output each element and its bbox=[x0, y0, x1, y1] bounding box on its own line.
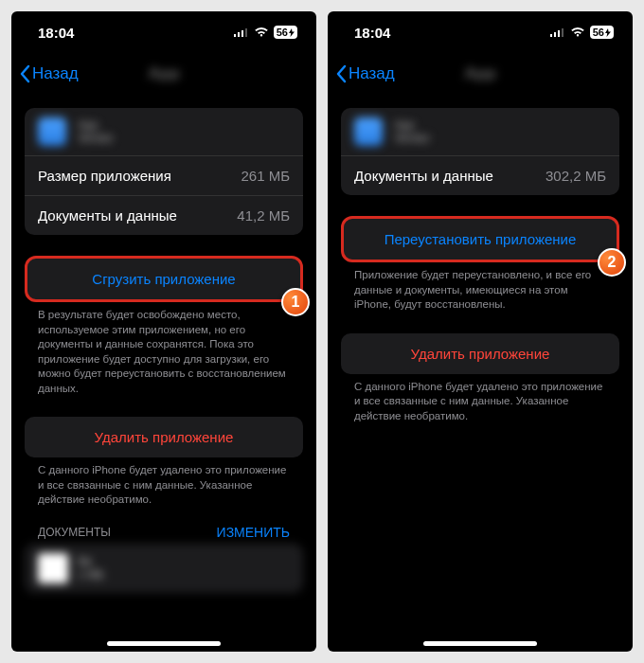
documents-header: ДОКУМЕНТЫ ИЗМЕНИТЬ bbox=[25, 508, 303, 544]
docs-data-row: Документы и данные 302,2 МБ bbox=[341, 155, 619, 195]
app-icon bbox=[38, 117, 66, 146]
status-indicators: 56 bbox=[234, 26, 297, 39]
app-header-row: AppVendor bbox=[25, 108, 303, 155]
nav-title: App bbox=[464, 64, 495, 83]
documents-header-label: ДОКУМЕНТЫ bbox=[38, 526, 111, 539]
app-meta: AppVendor bbox=[394, 118, 430, 145]
step-badge-2: 2 bbox=[598, 248, 626, 277]
cellular-icon bbox=[550, 27, 565, 37]
app-icon bbox=[354, 117, 383, 146]
delete-button[interactable]: Удалить приложение bbox=[25, 417, 303, 457]
svg-rect-7 bbox=[562, 28, 564, 37]
delete-description: С данного iPhone будет удалено это прило… bbox=[25, 457, 303, 508]
delete-button[interactable]: Удалить приложение bbox=[341, 333, 619, 374]
app-size-label: Размер приложения bbox=[38, 168, 171, 184]
app-header-row: AppVendor bbox=[341, 108, 619, 155]
back-button[interactable]: Назад bbox=[19, 64, 79, 83]
step-badge-1: 1 bbox=[281, 288, 310, 316]
reinstall-label: Переустановить приложение bbox=[385, 231, 577, 247]
cellular-icon bbox=[234, 27, 249, 37]
wifi-icon bbox=[254, 27, 269, 38]
chevron-left-icon bbox=[335, 64, 347, 83]
docs-data-value: 302,2 МБ bbox=[546, 168, 606, 184]
docs-data-label: Документы и данные bbox=[38, 207, 177, 224]
delete-label: Удалить приложение bbox=[95, 429, 234, 445]
svg-rect-4 bbox=[550, 34, 552, 37]
app-info-card: AppVendor Размер приложения 261 МБ Докум… bbox=[25, 108, 303, 235]
battery-percent: 56 bbox=[277, 27, 288, 38]
docs-data-label: Документы и данные bbox=[354, 168, 493, 184]
document-meta: file1 МБ bbox=[78, 555, 104, 582]
document-row[interactable]: file1 МБ bbox=[25, 544, 303, 593]
offload-label: Сгрузить приложение bbox=[92, 271, 235, 287]
svg-rect-5 bbox=[554, 32, 556, 37]
svg-rect-6 bbox=[558, 30, 560, 37]
status-bar: 18:04 56 bbox=[328, 11, 633, 53]
home-indicator[interactable] bbox=[107, 641, 221, 646]
content: AppVendor Документы и данные 302,2 МБ Пе… bbox=[328, 95, 633, 652]
chevron-left-icon bbox=[19, 64, 30, 83]
status-time: 18:04 bbox=[354, 25, 390, 41]
svg-rect-2 bbox=[242, 30, 243, 37]
back-label: Назад bbox=[32, 64, 79, 83]
nav-bar: Назад App bbox=[328, 53, 633, 95]
app-info-card: AppVendor Документы и данные 302,2 МБ bbox=[341, 108, 619, 195]
charging-icon bbox=[289, 28, 295, 37]
back-button[interactable]: Назад bbox=[335, 64, 395, 83]
app-meta: AppVendor bbox=[78, 118, 114, 145]
status-indicators: 56 bbox=[550, 26, 614, 39]
offload-description: В результате будет освобождено место, ис… bbox=[25, 302, 303, 396]
battery-percent: 56 bbox=[593, 27, 604, 38]
nav-title: App bbox=[148, 64, 179, 83]
wifi-icon bbox=[570, 27, 585, 38]
edit-button[interactable]: ИЗМЕНИТЬ bbox=[217, 525, 290, 540]
svg-rect-1 bbox=[238, 32, 240, 37]
phone-left: 18:04 56 Назад App AppVendor Размер прил… bbox=[11, 11, 316, 652]
phone-right: 18:04 56 Назад App AppVendor Документы и… bbox=[328, 11, 633, 652]
home-indicator[interactable] bbox=[423, 641, 537, 646]
reinstall-description: Приложение будет переустановлено, и все … bbox=[341, 262, 619, 313]
nav-bar: Назад App bbox=[11, 53, 316, 95]
delete-label: Удалить приложение bbox=[411, 346, 550, 362]
delete-description: С данного iPhone будет удалено это прило… bbox=[341, 374, 619, 424]
battery-indicator: 56 bbox=[274, 26, 297, 39]
offload-button[interactable]: Сгрузить приложение 1 bbox=[25, 256, 303, 302]
battery-indicator: 56 bbox=[590, 26, 614, 39]
svg-rect-0 bbox=[234, 34, 236, 37]
content: AppVendor Размер приложения 261 МБ Докум… bbox=[11, 95, 316, 652]
app-size-row: Размер приложения 261 МБ bbox=[25, 155, 303, 195]
document-thumb bbox=[38, 553, 68, 583]
charging-icon bbox=[605, 28, 611, 37]
svg-rect-3 bbox=[245, 28, 247, 37]
status-time: 18:04 bbox=[38, 25, 74, 41]
status-bar: 18:04 56 bbox=[11, 11, 316, 53]
app-size-value: 261 МБ bbox=[241, 168, 290, 184]
reinstall-button[interactable]: Переустановить приложение 2 bbox=[341, 216, 619, 262]
docs-data-row: Документы и данные 41,2 МБ bbox=[25, 195, 303, 235]
back-label: Назад bbox=[349, 64, 395, 83]
docs-data-value: 41,2 МБ bbox=[237, 207, 290, 224]
